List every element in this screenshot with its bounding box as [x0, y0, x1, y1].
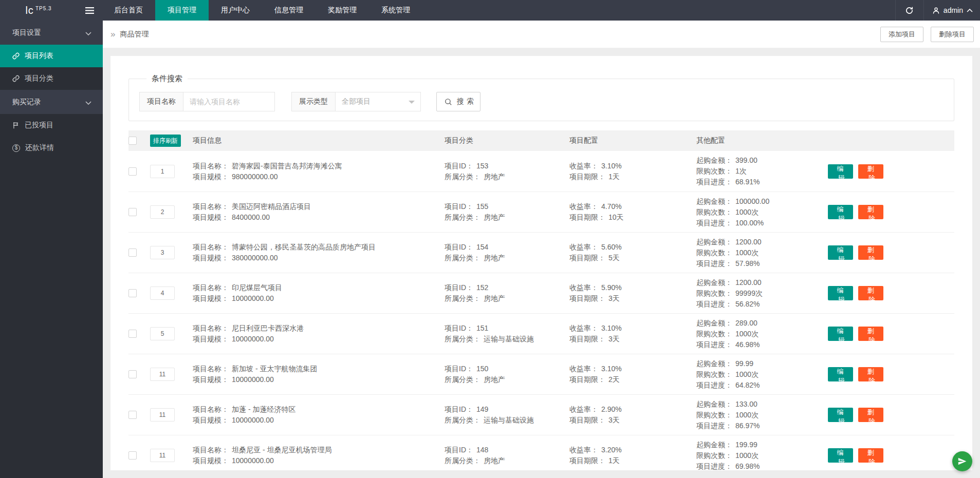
project-name-value: 碧海家园-泰国普吉岛邦涛海滩公寓: [232, 162, 342, 170]
edit-button[interactable]: 编辑: [828, 408, 853, 422]
table-row: 项目名称：美国迈阿密精品酒店项目项目规模：8400000.00项目ID：155所…: [128, 192, 954, 232]
min-amount: 起购金额：199.99: [696, 439, 828, 450]
sidebar-item[interactable]: 项目列表: [0, 45, 103, 67]
project-scale-label: 项目规模：: [193, 213, 229, 221]
row-checkbox[interactable]: [128, 330, 137, 338]
project-period-value: 3天: [608, 335, 620, 343]
sidebar-section-title: 购买记录: [12, 98, 41, 107]
project-name-label: 项目名称：: [193, 446, 229, 454]
project-progress: 项目进度：86.97%: [696, 420, 828, 431]
min-amount-value: 199.99: [735, 441, 757, 449]
sort-order-input[interactable]: [150, 286, 175, 300]
sort-order-input[interactable]: [150, 246, 175, 259]
table-row: 项目名称：新加坡 - 亚太宇航物流集团项目规模：10000000.00项目ID：…: [128, 354, 954, 394]
nav-item-5[interactable]: 奖励管理: [316, 0, 369, 21]
min-amount-value: 289.00: [735, 319, 757, 327]
sort-order-input[interactable]: [150, 408, 175, 422]
edit-button[interactable]: 编辑: [828, 367, 853, 381]
row-checkbox[interactable]: [128, 370, 137, 378]
add-project-button[interactable]: 添加项目: [880, 27, 923, 42]
row-checkbox[interactable]: [128, 411, 137, 419]
delete-button[interactable]: 删除: [858, 327, 883, 341]
delete-button[interactable]: 删除: [858, 367, 883, 381]
refresh-icon[interactable]: [895, 0, 924, 21]
project-id: 项目ID：149: [445, 404, 569, 415]
delete-button[interactable]: 删除: [858, 448, 883, 463]
sidebar-item[interactable]: 还款详情: [0, 137, 103, 159]
project-rate: 收益率：5.90%: [569, 282, 696, 293]
sidebar-section-2[interactable]: 购买记录: [0, 90, 103, 114]
project-rate-label: 收益率：: [569, 446, 598, 454]
user-menu[interactable]: admin: [924, 0, 980, 21]
delete-button[interactable]: 删除: [858, 408, 883, 422]
project-scale: 项目规模：980000000.00: [193, 171, 445, 182]
project-period-value: 5天: [608, 254, 620, 262]
customer-service-button[interactable]: [952, 451, 972, 471]
edit-button[interactable]: 编辑: [828, 286, 853, 300]
edit-button[interactable]: 编辑: [828, 245, 853, 260]
project-name-value: 博蒙特公园，移民圣基茨的高品质房地产项目: [232, 243, 376, 251]
row-checkbox[interactable]: [128, 289, 137, 297]
nav-item-6[interactable]: 系统管理: [369, 0, 422, 21]
project-name-input[interactable]: [183, 92, 275, 111]
project-rate: 收益率：3.20%: [569, 445, 696, 455]
delete-project-button[interactable]: 删除项目: [931, 27, 974, 42]
nav-item-2[interactable]: 项目管理: [155, 0, 209, 21]
project-period-label: 项目期限：: [569, 335, 605, 343]
menu-toggle-icon[interactable]: [77, 0, 102, 21]
sidebar-item-label: 已投项目: [25, 121, 53, 130]
sidebar-section-title: 项目设置: [12, 28, 41, 37]
project-category-label: 所属分类：: [445, 213, 480, 221]
nav-item-1[interactable]: 后台首页: [102, 0, 155, 21]
search-fieldset: 条件搜索 项目名称 展示类型 全部项目: [128, 74, 954, 121]
edit-button[interactable]: 编辑: [828, 448, 853, 463]
project-rate: 收益率：3.10%: [569, 161, 696, 171]
sidebar-item[interactable]: 项目分类: [0, 67, 103, 90]
logo[interactable]: lcTP5.3: [0, 0, 77, 21]
content-card: 条件搜索 项目名称 展示类型 全部项目: [110, 56, 972, 470]
edit-button[interactable]: 编辑: [828, 327, 853, 341]
display-type-select[interactable]: 全部项目: [336, 92, 421, 111]
project-name-label: 项目名称：: [193, 365, 229, 373]
search-button[interactable]: 搜索: [436, 92, 480, 111]
delete-button[interactable]: 删除: [858, 286, 883, 300]
project-id: 项目ID：151: [445, 323, 569, 334]
min-amount-value: 1200.00: [735, 238, 762, 246]
nav-item-3[interactable]: 用户中心: [209, 0, 262, 21]
sidebar-section-1[interactable]: 项目设置: [0, 21, 103, 45]
project-rate-label: 收益率：: [569, 162, 598, 170]
project-name: 项目名称：加蓬 - 加蓬经济特区: [193, 404, 445, 415]
project-id: 项目ID：152: [445, 282, 569, 293]
row-checkbox[interactable]: [128, 167, 137, 176]
sidebar-item[interactable]: 已投项目: [0, 114, 103, 137]
limit-times-value: 1000次: [735, 248, 759, 257]
sort-refresh-button[interactable]: 排序刷新: [150, 135, 181, 147]
row-checkbox[interactable]: [128, 451, 137, 460]
sort-order-input[interactable]: [150, 368, 175, 381]
project-rate-label: 收益率：: [569, 243, 598, 251]
sort-order-input[interactable]: [150, 165, 175, 178]
topbar-right: admin: [895, 0, 980, 21]
delete-button[interactable]: 删除: [858, 245, 883, 260]
sidebar-item-label: 项目列表: [25, 51, 53, 61]
project-id-value: 154: [476, 243, 488, 251]
sort-order-input[interactable]: [150, 205, 175, 219]
sort-order-input[interactable]: [150, 449, 175, 462]
display-type-group: 展示类型 全部项目: [291, 92, 421, 111]
project-period-value: 3天: [608, 294, 620, 302]
project-id: 项目ID：148: [445, 445, 569, 455]
project-category-value: 房地产: [484, 173, 505, 181]
sort-order-input[interactable]: [150, 327, 175, 340]
delete-button[interactable]: 删除: [858, 164, 883, 179]
nav-item-4[interactable]: 信息管理: [262, 0, 316, 21]
row-checkbox[interactable]: [128, 248, 137, 257]
delete-button[interactable]: 删除: [858, 205, 883, 219]
select-all-checkbox[interactable]: [128, 137, 137, 145]
project-name-label: 项目名称：: [193, 283, 229, 292]
project-category: 所属分类：房地产: [445, 455, 569, 466]
min-amount: 起购金额：133.00: [696, 399, 828, 410]
edit-button[interactable]: 编辑: [828, 205, 853, 219]
row-checkbox[interactable]: [128, 208, 137, 216]
project-rate-label: 收益率：: [569, 365, 598, 373]
edit-button[interactable]: 编辑: [828, 164, 853, 179]
